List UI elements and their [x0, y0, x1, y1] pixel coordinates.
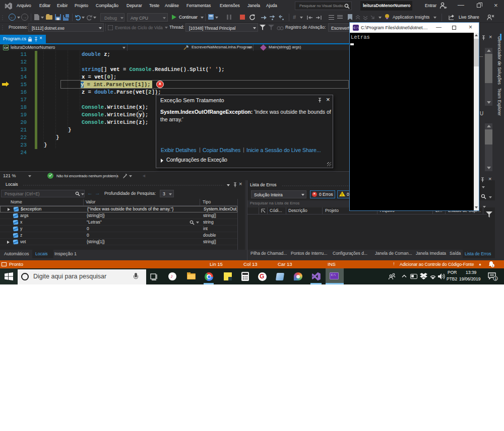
svg-text:1: 1: [494, 277, 496, 280]
